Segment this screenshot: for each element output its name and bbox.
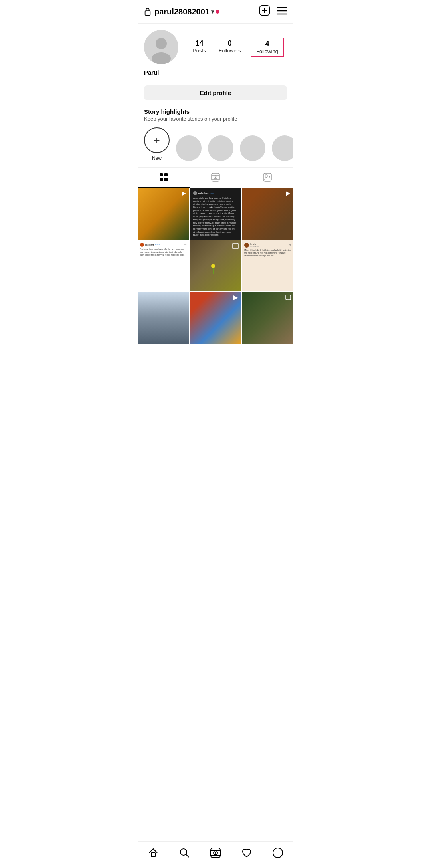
following-stat[interactable]: 4 Following [251,38,284,57]
new-highlight-label: New [152,155,162,161]
stats: 14 Posts 0 Followers 4 Following [186,38,287,57]
menu-icon[interactable] [277,6,287,17]
highlight-1[interactable] [176,135,202,161]
avatar[interactable] [144,30,178,64]
svg-point-20 [265,175,267,177]
svg-rect-25 [233,243,238,249]
tagged-icon [263,172,272,182]
post-8[interactable] [190,292,241,344]
post-4[interactable]: radishnt Follow ··· "but what if my frie… [138,240,189,292]
chevron-down-icon: ▾ [211,8,214,15]
reel-overlay-icon-8 [232,295,239,303]
posts-stat[interactable]: 14 Posts [190,38,209,57]
followers-count: 0 [228,39,232,48]
svg-rect-13 [164,178,168,181]
svg-point-16 [215,177,216,178]
post-4-header: radishnt Follow ··· [140,243,187,247]
posts-label: Posts [193,48,206,54]
post-9-overlay [285,295,291,302]
svg-rect-27 [286,295,291,300]
lock-icon [144,8,151,16]
post-2-avatar [193,191,197,195]
new-highlight-circle: + [144,127,170,153]
post-1[interactable] [138,188,189,240]
svg-marker-22 [286,191,290,196]
post-6-avatar [244,243,249,248]
flower-decoration [209,264,217,276]
reel-overlay-icon-3 [285,190,291,198]
highlight-3[interactable] [240,135,265,161]
highlight-circle-4 [272,135,293,161]
post-2-text: no one tells you how much of life takes … [193,197,238,237]
notification-dot [216,10,219,14]
post-6-handle: @ruudyroon [250,245,288,247]
svg-marker-21 [182,191,186,196]
post-6-header: hrishi @ruudyroon ▾ [244,243,291,248]
svg-rect-11 [164,173,168,176]
svg-rect-10 [160,173,163,176]
header-left: parul28082001 ▾ [144,7,219,16]
bottom-spacer [138,344,293,376]
header: parul28082001 ▾ [138,0,293,24]
post-4-more: ··· [184,243,187,246]
svg-rect-0 [145,11,150,15]
tab-reels[interactable] [190,168,241,188]
username[interactable]: parul28082001 ▾ [154,7,219,16]
posts-grid: owlmylove Follow no one tells you how mu… [138,188,293,344]
profile-section: 14 Posts 0 Followers 4 Following Parul [138,24,293,81]
grid-icon [159,172,168,182]
svg-rect-12 [160,178,163,181]
post-9[interactable] [242,292,293,344]
highlight-4[interactable] [272,135,293,161]
post-6-chevron: ▾ [289,244,291,247]
svg-point-23 [211,264,215,268]
reels-icon [211,172,220,182]
edit-profile-button[interactable]: Edit profile [144,85,287,100]
profile-top: 14 Posts 0 Followers 4 Following [144,30,287,64]
post-4-follow: Follow [155,244,160,246]
followers-label: Followers [219,48,241,54]
post-2-author: owlmylove [198,192,209,194]
add-content-icon[interactable] [259,5,270,18]
post-2[interactable]: owlmylove Follow no one tells you how mu… [190,188,241,240]
post-6-author-block: hrishi @ruudyroon [250,243,288,247]
post-4-avatar [140,243,144,247]
tab-grid[interactable] [138,168,190,188]
post-tabs [138,167,293,188]
highlights-row: + New [144,127,287,161]
highlight-new[interactable]: + New [144,127,170,161]
followers-stat[interactable]: 0 Followers [216,38,244,57]
highlight-circle-1 [176,135,202,161]
highlight-circle-2 [208,135,233,161]
highlights-title: Story highlights [144,108,287,115]
svg-marker-26 [233,295,238,300]
plus-icon: + [154,135,160,145]
post-4-text: "but what if my friend gets offended and… [140,248,187,256]
posts-count: 14 [195,39,203,48]
svg-rect-24 [213,268,214,274]
highlight-circle-3 [240,135,265,161]
post-2-follow: Follow [210,192,214,194]
reel-overlay-icon-1 [180,190,187,198]
highlights-section: Story highlights Keep your favorite stor… [138,105,293,167]
post-5[interactable] [190,240,241,292]
post-3[interactable] [242,188,293,240]
highlights-subtitle: Keep your favorite stories on your profi… [144,116,287,122]
profile-name: Parul [144,69,287,76]
post-5-overlay [232,243,239,251]
post-2-header: owlmylove Follow [193,191,214,195]
svg-point-8 [156,38,167,49]
post-6-text: Miss Holi in India & I didn't even play … [244,249,291,257]
post-6[interactable]: hrishi @ruudyroon ▾ Miss Holi in India &… [242,240,293,292]
post-4-author: radishnt [145,244,154,246]
following-count: 4 [265,40,269,49]
post-7[interactable] [138,292,189,344]
following-label: Following [256,48,278,54]
header-right [259,5,287,18]
tab-tagged[interactable] [241,168,293,188]
username-text: parul28082001 [154,7,210,16]
highlight-2[interactable] [208,135,233,161]
